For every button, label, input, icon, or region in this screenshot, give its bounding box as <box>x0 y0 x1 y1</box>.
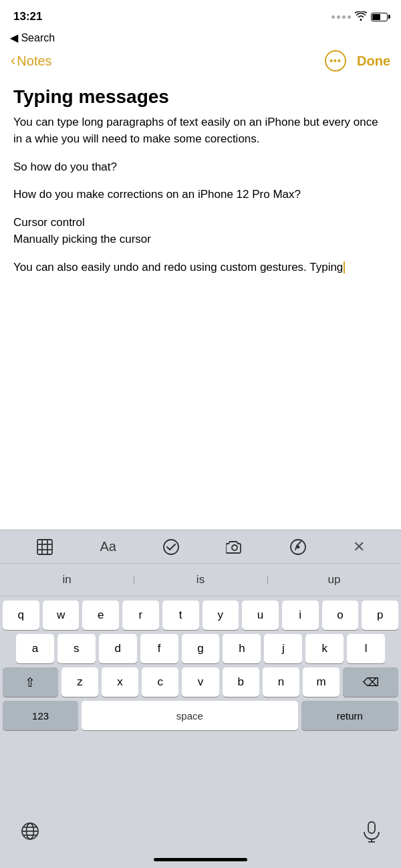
signal-icon <box>331 15 351 19</box>
wifi-icon <box>355 11 367 23</box>
keyboard-row-2: a s d f g h j k l <box>0 630 401 663</box>
key-f[interactable]: f <box>140 634 178 663</box>
svg-point-6 <box>232 545 237 550</box>
note-body: You can type long paragraphs of text eas… <box>13 114 388 276</box>
autocomplete-item-1[interactable]: in <box>0 573 134 586</box>
note-content: Typing messages You can type long paragr… <box>0 79 401 293</box>
key-w[interactable]: w <box>43 601 80 630</box>
battery-icon <box>371 13 388 21</box>
key-q[interactable]: q <box>3 601 39 630</box>
key-p[interactable]: p <box>362 601 398 630</box>
microphone-icon[interactable] <box>362 821 381 847</box>
key-s[interactable]: s <box>57 634 96 663</box>
autocomplete-item-2[interactable]: is <box>134 573 267 586</box>
autocomplete-item-3[interactable]: up <box>267 573 401 586</box>
key-t[interactable]: t <box>162 601 199 630</box>
key-i[interactable]: i <box>282 601 319 630</box>
notes-back-label: Notes <box>17 53 51 69</box>
note-paragraph-1: You can type long paragraphs of text eas… <box>13 114 388 148</box>
status-time: 13:21 <box>13 10 42 23</box>
notes-header-actions: ••• Done <box>325 50 390 72</box>
keyboard-row-4: 123 space return <box>0 697 401 730</box>
svg-rect-0 <box>37 540 52 554</box>
key-k[interactable]: k <box>305 634 344 663</box>
key-n[interactable]: n <box>263 667 299 697</box>
key-z[interactable]: z <box>61 667 98 697</box>
key-m[interactable]: m <box>303 667 340 697</box>
return-key[interactable]: return <box>301 701 399 730</box>
done-button[interactable]: Done <box>357 53 390 69</box>
svg-rect-14 <box>368 822 375 833</box>
notes-header: ‹ Notes ••• Done <box>0 45 401 79</box>
key-c[interactable]: c <box>142 667 178 697</box>
note-paragraph-3: How do you make corrections on an iPhone… <box>13 186 388 203</box>
note-paragraph-4: Cursor controlManually picking the curso… <box>13 214 388 248</box>
pen-icon[interactable] <box>289 538 307 556</box>
key-x[interactable]: x <box>102 667 138 697</box>
keyboard-row-3: ⇧ z x c v b n m ⌫ <box>0 663 401 697</box>
format-text-icon[interactable]: Aa <box>100 539 116 554</box>
key-e[interactable]: e <box>82 601 119 630</box>
table-icon[interactable] <box>36 538 53 556</box>
space-key[interactable]: space <box>82 701 297 730</box>
nav-back-label[interactable]: ◀ Search <box>10 31 55 44</box>
key-l[interactable]: l <box>347 634 385 663</box>
key-j[interactable]: j <box>264 634 302 663</box>
key-a[interactable]: a <box>16 634 54 663</box>
status-icons <box>331 11 388 23</box>
keyboard: q w e r t y u i o p a s d f g h j k l ⇧ … <box>0 596 401 868</box>
note-paragraph-2: So how do you that? <box>13 158 388 176</box>
shift-key[interactable]: ⇧ <box>3 667 58 697</box>
key-g[interactable]: g <box>182 634 220 663</box>
close-keyboard-icon[interactable]: ✕ <box>353 538 365 556</box>
camera-icon[interactable] <box>226 538 243 556</box>
text-cursor <box>344 261 345 274</box>
keyboard-row-1: q w e r t y u i o p <box>0 596 401 630</box>
backspace-key[interactable]: ⌫ <box>343 667 398 697</box>
key-v[interactable]: v <box>182 667 219 697</box>
notes-back-button[interactable]: ‹ Notes <box>11 52 52 70</box>
svg-point-8 <box>297 546 299 548</box>
status-bar: 13:21 <box>0 0 401 29</box>
key-y[interactable]: y <box>203 601 239 630</box>
editor-toolbar: Aa ✕ <box>0 530 401 563</box>
nav-back-bar: ◀ ◀ Search <box>0 29 401 45</box>
note-title: Typing messages <box>13 86 388 108</box>
key-o[interactable]: o <box>322 601 359 630</box>
key-u[interactable]: u <box>242 601 279 630</box>
home-indicator <box>154 858 247 861</box>
numbers-key[interactable]: 123 <box>3 701 78 730</box>
note-paragraph-5: You can also easily undo and redo using … <box>13 259 388 276</box>
checklist-icon[interactable] <box>162 538 180 556</box>
chevron-left-icon: ‹ <box>11 52 15 70</box>
ellipsis-icon: ••• <box>329 56 342 66</box>
svg-point-5 <box>164 540 178 554</box>
more-options-button[interactable]: ••• <box>325 50 346 72</box>
bottom-bar <box>0 812 401 868</box>
key-d[interactable]: d <box>99 634 137 663</box>
key-b[interactable]: b <box>223 667 259 697</box>
globe-icon[interactable] <box>20 821 40 846</box>
key-r[interactable]: r <box>122 601 159 630</box>
autocomplete-bar: in is up <box>0 563 401 596</box>
key-h[interactable]: h <box>223 634 261 663</box>
